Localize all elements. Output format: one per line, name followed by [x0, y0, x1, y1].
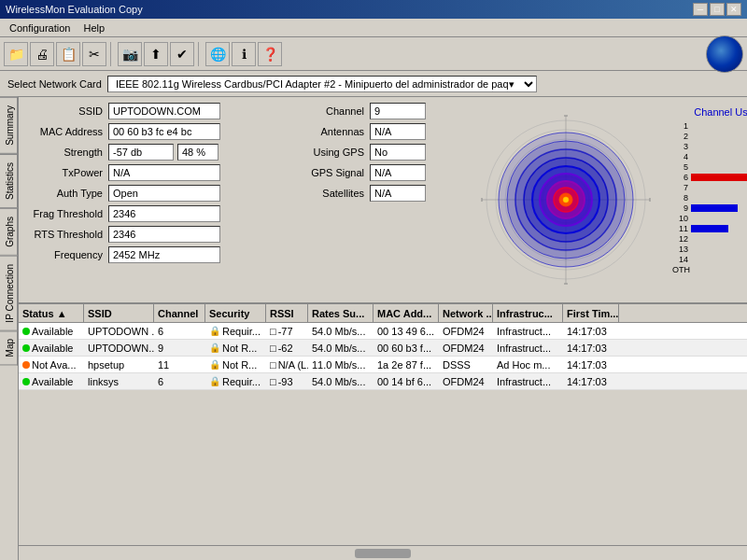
sidebar: Summary Statistics Graphs IP Connection …	[0, 97, 19, 560]
menu-bar: Configuration Help	[0, 19, 747, 37]
table-row[interactable]: Not Ava... hpsetup11 🔒Not R... □N/A (L..…	[19, 357, 747, 373]
maximize-button[interactable]: □	[710, 3, 725, 16]
table-header-4[interactable]: RSSI	[266, 304, 308, 322]
table-body: Available UPTODOWN ...6 🔒Requir... □-77 …	[19, 323, 747, 545]
strength-value2: 48 %	[177, 144, 218, 161]
channel-row-10: 10	[672, 214, 747, 223]
usinggps-value: No	[370, 144, 426, 161]
td-rates: 54.0 Mb/s...	[308, 325, 374, 338]
menu-help[interactable]: Help	[78, 21, 110, 35]
td-status: Available	[19, 375, 84, 388]
channel-row-13: 13	[672, 245, 747, 254]
channel-row-3: 3	[672, 142, 747, 151]
td-firsttime: 14:17:03	[563, 325, 619, 338]
channel-row-11: 11	[672, 224, 747, 233]
ssid-row: SSID UPTODOWN.COM	[24, 103, 286, 119]
table-row[interactable]: Available linksys6 🔒Requir... □-93 54.0 …	[19, 373, 747, 390]
toolbar-upload[interactable]: ⬆	[144, 42, 168, 66]
strength-row: Strength -57 db 48 %	[24, 144, 286, 161]
antennas-label: Antennas	[295, 126, 370, 137]
td-channel: 6	[154, 325, 205, 338]
table-row[interactable]: Available UPTODOWN...9 🔒Not R... □-62 54…	[19, 340, 747, 357]
td-network: OFDM24	[439, 375, 493, 388]
td-infra: Ad Hoc m...	[493, 358, 563, 371]
td-mac: 00 13 49 6...	[374, 325, 439, 338]
menu-configuration[interactable]: Configuration	[4, 21, 76, 35]
table-header-5[interactable]: Rates Su...	[308, 304, 374, 322]
toolbar-network[interactable]: 🌐	[205, 42, 230, 66]
netcard-select[interactable]: IEEE 802.11g Wireless Cardbus/PCI Adapte…	[107, 76, 537, 92]
td-status: Available	[19, 325, 84, 338]
frag-label: Frag Threshold	[24, 208, 108, 219]
td-firsttime: 14:17:03	[563, 375, 619, 388]
txpower-label: TxPower	[24, 167, 108, 178]
table-header-3[interactable]: Security	[205, 304, 266, 322]
toolbar-help[interactable]: ❓	[258, 42, 282, 66]
table-row[interactable]: Available UPTODOWN ...6 🔒Requir... □-77 …	[19, 323, 747, 340]
minimize-button[interactable]: ─	[693, 3, 708, 16]
channel-use-panel: Channel Use 1234567891011121314OTH	[669, 103, 747, 297]
frag-row: Frag Threshold 2346	[24, 205, 286, 222]
td-rssi: □N/A (L...	[266, 358, 308, 371]
ssid-label: SSID	[24, 105, 108, 117]
td-security: 🔒Requir...	[205, 325, 266, 338]
channel-row-7: 7	[672, 183, 747, 192]
toolbar-open[interactable]: 📁	[4, 42, 28, 66]
table-header-2[interactable]: Channel	[154, 304, 205, 322]
td-mac: 00 60 b3 f...	[374, 342, 439, 355]
td-rssi: □-62	[266, 342, 308, 355]
td-rssi: □-93	[266, 375, 308, 388]
sidebar-tab-graphs[interactable]: Graphs	[0, 208, 18, 256]
table-header-0[interactable]: Status ▲	[19, 304, 84, 322]
td-ssid: UPTODOWN ...	[84, 325, 154, 338]
td-ssid: UPTODOWN...	[84, 342, 154, 355]
td-security: 🔒Requir...	[205, 375, 266, 388]
txpower-row: TxPower N/A	[24, 164, 286, 181]
satellites-value: N/A	[370, 185, 426, 202]
close-button[interactable]: ✕	[726, 3, 741, 16]
toolbar-copy[interactable]: 📋	[56, 42, 80, 66]
td-security: 🔒Not R...	[205, 358, 266, 371]
channel-row-9: 9	[672, 203, 747, 213]
toolbar-info[interactable]: ℹ	[232, 42, 256, 66]
toolbar-check[interactable]: ✔	[170, 42, 194, 66]
satellites-label: Satellites	[295, 188, 370, 199]
toolbar-cut[interactable]: ✂	[82, 42, 106, 66]
authtype-row: Auth Type Open	[24, 185, 286, 202]
radar-area	[472, 103, 659, 297]
horizontal-scrollbar[interactable]	[19, 545, 747, 560]
table-header: Status ▲SSIDChannelSecurityRSSIRates Su.…	[19, 304, 747, 323]
sidebar-tab-statistics[interactable]: Statistics	[0, 154, 18, 208]
table-header-8[interactable]: Infrastruc...	[493, 304, 563, 322]
td-rates: 11.0 Mb/s...	[308, 358, 374, 371]
rts-row: RTS Threshold 2346	[24, 226, 286, 243]
td-channel: 9	[154, 342, 205, 355]
title-bar: WirelessMon Evaluation Copy ─ □ ✕	[0, 0, 747, 19]
gpssignal-label: GPS Signal	[295, 167, 370, 178]
ssid-value: UPTODOWN.COM	[108, 103, 220, 119]
channel-row-8: 8	[672, 193, 747, 203]
usinggps-row: Using GPS No	[295, 144, 463, 161]
globe-icon	[706, 35, 743, 73]
td-network: DSSS	[439, 358, 493, 371]
toolbar-print[interactable]: 🖨	[30, 42, 54, 66]
td-infra: Infrastruct...	[493, 375, 563, 388]
mac-row: MAC Address 00 60 b3 fc e4 bc	[24, 123, 286, 140]
rts-label: RTS Threshold	[24, 229, 108, 240]
sidebar-tab-ipconnection[interactable]: IP Connection	[0, 256, 18, 331]
table-header-1[interactable]: SSID	[84, 304, 154, 322]
table-header-7[interactable]: Network ...	[439, 304, 493, 322]
table-header-9[interactable]: First Tim...	[563, 304, 619, 322]
channel-row-4: 4	[672, 152, 747, 161]
channel-row-2: 2	[672, 132, 747, 141]
sidebar-tab-summary[interactable]: Summary	[0, 97, 18, 154]
channel-row-OTH: OTH	[672, 265, 747, 274]
toolbar: 📁 🖨 📋 ✂ 📷 ⬆ ✔ 🌐 ℹ ❓	[0, 37, 747, 71]
satellites-row: Satellites N/A	[295, 185, 463, 202]
middle-info: Channel 9 Antennas N/A Using GPS No GPS …	[295, 103, 463, 297]
title-bar-controls: ─ □ ✕	[693, 3, 741, 16]
sidebar-tab-map[interactable]: Map	[0, 330, 18, 365]
channel-row: Channel 9	[295, 103, 463, 119]
toolbar-screenshot[interactable]: 📷	[118, 42, 142, 66]
table-header-6[interactable]: MAC Add...	[374, 304, 439, 322]
